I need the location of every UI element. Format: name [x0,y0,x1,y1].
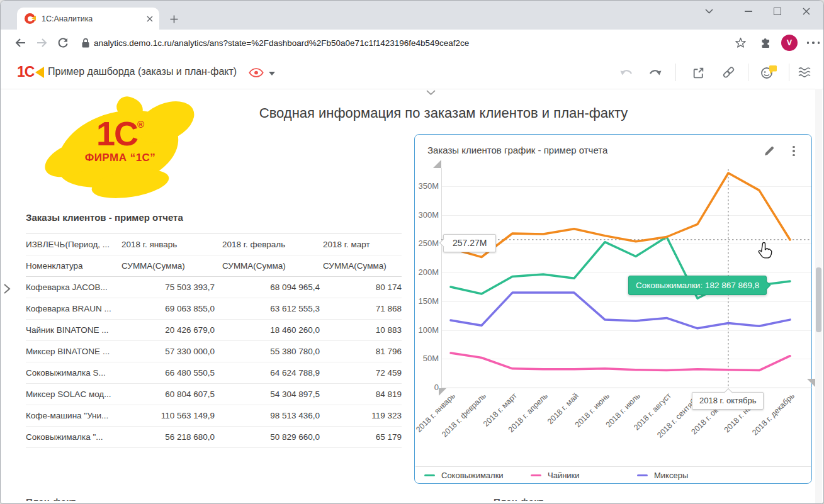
table-row[interactable]: Кофеварка BRAUN ...69 063 855,063 612 55… [26,298,402,320]
y-tick-label: 200M [404,267,439,277]
series-line-Чайники[interactable] [451,353,790,371]
table-row[interactable]: Миксер BINATONE ...57 330 000,055 380 78… [26,341,402,362]
browser-tab-strip: 1С:Аналитика [1,1,823,30]
table-cell-name[interactable]: Соковыжималка S... [26,362,121,384]
orders-report-table: ИЗВЛЕЧЬ(Период, ...2018 г. январь2018 г.… [26,233,402,448]
table-cell-value[interactable]: 68 094 965,4 [222,277,323,298]
table-cell-value[interactable]: 57 330 000,0 [121,341,222,362]
crosshair-y-value-tooltip: 257.27M [443,234,496,252]
table-cell-value[interactable]: 18 460 260,0 [222,320,323,341]
table-header-cell[interactable]: 2018 г. январь [121,234,222,255]
datapoint-tooltip: Соковыжималки: 182 867 869,8 [628,276,767,295]
table-header-cell[interactable]: СУММА(Сумма) [222,255,323,277]
splash-brand-text: 1С® [42,116,198,150]
table-header-cell[interactable]: ИЗВЛЕЧЬ(Период, ... [26,234,121,255]
table-cell-name[interactable]: Миксер SOLAC мод... [26,384,121,405]
table-row[interactable]: Кофе-машина "Уни...110 563 149,998 513 4… [26,405,402,427]
reload-icon[interactable] [55,35,71,51]
series-line-Миксеры[interactable] [451,293,790,328]
page-scrollbar-thumb[interactable] [816,267,821,332]
table-cell-value[interactable]: 55 380 780,0 [222,341,323,362]
table-cell-name[interactable]: Кофеварка JACOB... [26,277,121,298]
view-mode-eye-icon[interactable] [249,67,264,78]
axis-resize-handle-top-icon[interactable] [433,160,441,168]
axis-resize-handle-bottomleft-icon[interactable] [439,388,446,396]
forward-icon[interactable] [33,35,50,51]
tab-close-icon[interactable] [147,16,153,22]
window-minimize-button[interactable] [740,6,757,17]
dashboard-title[interactable]: Пример дашборда (заказы и план-факт) [48,66,237,77]
table-cell-value[interactable]: 119 323 [323,405,402,427]
browser-tab[interactable]: 1С:Аналитика [17,8,159,30]
table-row[interactable]: Миксер SOLAC мод...60 804 607,554 304 89… [26,384,402,405]
table-cell-value[interactable]: 65 179 [323,427,402,448]
table-cell-value[interactable]: 110 563 149,9 [121,405,222,427]
window-maximize-button[interactable] [769,6,786,17]
legend-item[interactable]: Соковыжималки [424,471,531,480]
table-row[interactable]: Соковыжималка S...66 480 550,564 624 788… [26,362,402,384]
url-text[interactable]: analytics.demo.1c.ru/analytics/ans?state… [94,38,469,48]
table-cell-name[interactable]: Миксер BINATONE ... [26,341,121,362]
table-row[interactable]: Чайник BINATONE ...20 426 679,018 460 26… [26,320,402,341]
table-cell-value[interactable]: 64 624 788,9 [222,362,323,384]
table-row[interactable]: Кофеварка JACOB...75 503 393,768 094 965… [26,277,402,298]
table-cell-value[interactable]: 81 796 [323,341,402,362]
table-cell-name[interactable]: Кофеварка BRAUN ... [26,298,121,320]
window-restore-down-icon[interactable] [701,6,717,17]
new-tab-button[interactable] [166,11,182,27]
share-link-icon[interactable] [720,64,737,81]
lock-icon[interactable] [77,35,94,51]
table-cell-value[interactable]: 20 426 679,0 [121,320,222,341]
chart-menu-kebab-icon[interactable] [789,144,799,158]
collapse-panel-chevron-icon[interactable] [426,90,436,96]
window-close-button[interactable] [798,6,815,17]
header-separator [748,64,748,81]
browser-menu-kebab-icon[interactable] [805,35,821,51]
table-cell-value[interactable]: 66 480 550,5 [121,362,222,384]
legend-dash-icon [531,474,541,476]
table-cell-name[interactable]: Кофе-машина "Уни... [26,405,121,427]
table-row[interactable]: Соковыжималка "...56 218 680,050 829 660… [26,427,402,448]
open-external-icon[interactable] [689,64,707,81]
avatar[interactable]: V [781,35,798,51]
series-line-unnamed[interactable] [451,173,790,257]
extensions-puzzle-icon[interactable] [757,35,774,51]
back-icon[interactable] [12,35,28,51]
legend-item[interactable]: Миксеры [637,471,743,480]
bookmark-star-icon[interactable] [732,35,748,51]
y-tick-label: 150M [404,296,439,306]
table-cell-value[interactable]: 54 304 897,5 [222,384,323,405]
tab-title: 1С:Аналитика [42,14,147,23]
table-cell-value[interactable]: 50 829 660,0 [222,427,323,448]
table-cell-value[interactable]: 80 174 [323,277,402,298]
edit-pencil-icon[interactable] [762,144,776,158]
chart-legend: СоковыжималкиЧайникиМиксеры [415,466,811,483]
table-cell-value[interactable]: 84 819 [323,384,402,405]
waves-menu-icon[interactable] [796,64,814,81]
table-header-cell[interactable]: СУММА(Сумма) [121,255,222,277]
sidebar-expander-chevron-icon[interactable] [3,281,16,296]
y-tick-label: 0 [404,383,439,392]
table-header-cell[interactable]: 2018 г. февраль [222,234,323,255]
redo-icon[interactable] [646,64,663,81]
table-cell-name[interactable]: Чайник BINATONE ... [26,320,121,341]
app-logo-1c[interactable]: 1С [17,64,44,81]
table-cell-value[interactable]: 72 459 [323,362,402,384]
table-cell-value[interactable]: 10 883 [323,320,402,341]
table-cell-value[interactable]: 71 868 [323,298,402,320]
table-cell-value[interactable]: 69 063 855,0 [121,298,222,320]
table-header-cell[interactable]: 2018 г. март [323,234,402,255]
title-dropdown-caret-icon[interactable] [269,72,275,76]
table-cell-value[interactable]: 63 612 555,3 [222,298,323,320]
legend-item[interactable]: Чайники [531,471,637,480]
table-header-row-nomenclature: НоменклатураСУММА(Сумма)СУММА(Сумма)СУММ… [26,255,402,277]
y-tick-label: 100M [404,325,439,335]
table-header-cell[interactable]: Номенклатура [26,255,121,277]
table-header-cell[interactable]: СУММА(Сумма) [323,255,402,277]
table-cell-value[interactable]: 56 218 680,0 [121,427,222,448]
table-cell-value[interactable]: 98 513 436,0 [222,405,323,427]
table-cell-name[interactable]: Соковыжималка "... [26,427,121,448]
table-cell-value[interactable]: 60 804 607,5 [121,384,222,405]
table-cell-value[interactable]: 75 503 393,7 [121,277,222,298]
feedback-smiley-icon[interactable] [758,64,781,81]
